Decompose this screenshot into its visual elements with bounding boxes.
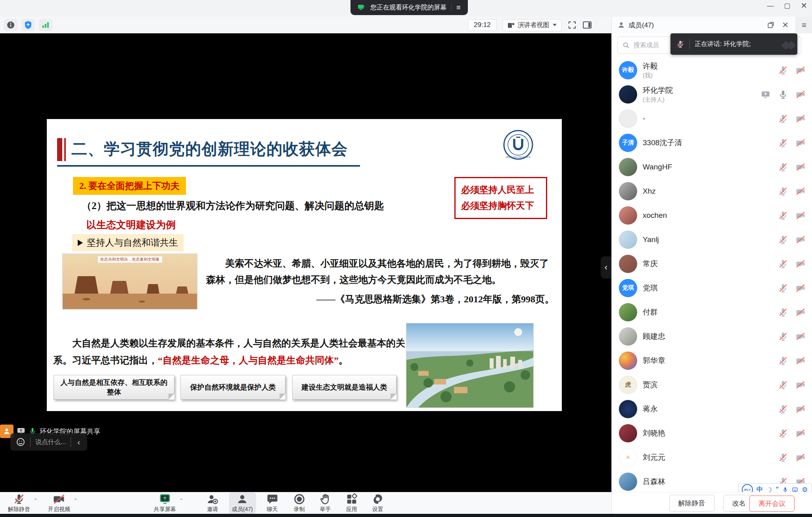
- unmute-button[interactable]: 解除静音: [669, 495, 714, 512]
- member-row[interactable]: 子清 3308沈子清: [612, 131, 812, 155]
- member-row[interactable]: 付群: [612, 300, 812, 324]
- mic-muted-icon[interactable]: [778, 331, 788, 342]
- close-icon[interactable]: ✕: [801, 2, 807, 10]
- member-row[interactable]: 常庆: [612, 252, 812, 276]
- minimize-icon[interactable]: —: [767, 2, 774, 9]
- start-video-button[interactable]: 开启视频: [45, 492, 73, 514]
- member-avatar: [619, 206, 637, 225]
- camera-muted-icon[interactable]: [795, 89, 806, 100]
- member-avatar: [619, 473, 637, 491]
- chat-collapse-icon[interactable]: ‹: [76, 438, 82, 447]
- camera-muted-icon[interactable]: [795, 138, 806, 148]
- member-name: 郭华章: [643, 356, 665, 366]
- member-row[interactable]: Xhz: [612, 179, 812, 203]
- mic-muted-icon[interactable]: [778, 356, 788, 366]
- mic-muted-icon[interactable]: [778, 65, 788, 75]
- raise-hand-button[interactable]: 举手: [316, 492, 335, 514]
- mic-muted-icon[interactable]: [778, 452, 788, 463]
- mic-muted-icon[interactable]: [778, 162, 788, 172]
- share-options-chevron[interactable]: ⌃: [179, 498, 184, 504]
- mic-muted-icon[interactable]: [778, 186, 788, 196]
- fullscreen-icon[interactable]: [567, 20, 577, 30]
- member-avatar: [619, 352, 637, 370]
- member-row[interactable]: 虎 贾滨: [612, 373, 812, 397]
- members-button[interactable]: 成员(47): [229, 492, 256, 514]
- member-row[interactable]: ☀ 刘元元: [612, 445, 812, 469]
- slide-bullet: 坚持人与自然和谐共生: [72, 234, 184, 251]
- view-mode-dropdown[interactable]: 演讲者视图: [502, 19, 562, 31]
- settings-button[interactable]: 设置: [369, 492, 387, 514]
- mic-on-icon[interactable]: [778, 89, 788, 100]
- camera-muted-icon[interactable]: [795, 259, 806, 269]
- mic-muted-icon[interactable]: [778, 259, 788, 269]
- share-screen-button[interactable]: 共享屏幕: [151, 492, 179, 514]
- chat-button[interactable]: 聊天: [263, 492, 282, 514]
- member-avatar: [619, 110, 637, 128]
- camera-muted-icon[interactable]: [795, 113, 806, 124]
- mic-options-chevron[interactable]: ⌃: [33, 498, 38, 504]
- member-row[interactable]: 刘晓艳: [612, 421, 812, 445]
- member-row[interactable]: 郭华章: [612, 348, 812, 373]
- camera-muted-icon[interactable]: [795, 186, 806, 196]
- invite-button[interactable]: 邀请: [203, 492, 222, 514]
- red-quote: “自然是生命之母，人与自然是生命共同体”: [158, 355, 339, 365]
- leave-meeting-button[interactable]: 离开会议: [749, 496, 795, 512]
- slide-box2: 保护自然环境就是保护人类: [180, 375, 285, 400]
- network-signal-icon[interactable]: [39, 19, 52, 31]
- pill-menu-icon[interactable]: ≡: [456, 4, 461, 12]
- maximize-icon[interactable]: ▢: [784, 2, 790, 9]
- stage-collapse-handle[interactable]: ‹: [601, 256, 611, 279]
- member-row[interactable]: Yanlj: [612, 227, 812, 252]
- unmute-toolbar-button[interactable]: 解除静音: [5, 492, 33, 514]
- camera-muted-icon[interactable]: [795, 356, 806, 366]
- meeting-protect-shield-icon[interactable]: [21, 19, 35, 31]
- members-panel: 正在讲话: 环化学院; ◆◆ 许毅 许毅 (我): [611, 33, 812, 492]
- member-row[interactable]: xochen: [612, 203, 812, 227]
- mic-muted-icon[interactable]: [778, 307, 788, 317]
- member-name: Yanlj: [643, 235, 659, 244]
- member-row[interactable]: 顾建忠: [612, 324, 812, 348]
- mic-muted-icon[interactable]: [778, 404, 788, 414]
- emoji-icon[interactable]: [16, 437, 25, 447]
- panel-close-icon[interactable]: ✕: [782, 20, 789, 30]
- member-row[interactable]: 蒋永: [612, 397, 812, 421]
- member-name: 贾滨: [643, 380, 658, 390]
- mic-muted-icon[interactable]: [778, 210, 788, 221]
- mic-muted-icon[interactable]: [778, 113, 788, 124]
- camera-muted-icon[interactable]: [795, 210, 806, 221]
- camera-muted-icon[interactable]: [795, 380, 806, 390]
- chat-input[interactable]: 说点什么...: [35, 438, 66, 446]
- shanghai-university-logo: SHANGHAI UNIVERSITY: [503, 129, 534, 160]
- member-row[interactable]: -: [612, 106, 812, 131]
- member-row[interactable]: WangHF: [612, 155, 812, 179]
- camera-muted-icon[interactable]: [795, 307, 806, 317]
- pop-out-icon[interactable]: [767, 21, 775, 29]
- side-panel-toggle-icon[interactable]: [582, 20, 592, 30]
- camera-muted-icon[interactable]: [795, 283, 806, 293]
- camera-muted-icon[interactable]: [795, 65, 806, 75]
- speaking-label: 正在讲话: 环化学院;: [695, 40, 751, 48]
- watching-pill-text: 您正在观看环化学院的屏幕: [370, 4, 446, 12]
- mic-muted-icon[interactable]: [778, 283, 788, 293]
- mic-muted-icon[interactable]: [778, 234, 788, 245]
- camera-muted-icon[interactable]: [795, 234, 806, 245]
- mic-muted-icon[interactable]: [778, 138, 788, 148]
- chat-divider2: [71, 437, 71, 447]
- mic-muted-icon[interactable]: [778, 428, 788, 438]
- record-button[interactable]: 录制: [290, 492, 308, 514]
- camera-muted-icon[interactable]: [795, 331, 806, 342]
- member-row[interactable]: 党琪 党琪: [612, 276, 812, 300]
- camera-muted-icon[interactable]: [795, 404, 806, 414]
- video-options-chevron[interactable]: ⌃: [73, 498, 78, 504]
- member-row[interactable]: 许毅 许毅 (我): [612, 58, 812, 82]
- camera-muted-icon[interactable]: [795, 428, 806, 438]
- mic-muted-icon[interactable]: [778, 380, 788, 390]
- quick-chat-bar[interactable]: 说点什么... ‹: [10, 433, 87, 451]
- panel-menu-icon[interactable]: ≡: [796, 17, 812, 33]
- camera-muted-icon[interactable]: [795, 162, 806, 172]
- apps-button[interactable]: 应用: [343, 492, 361, 514]
- camera-muted-icon[interactable]: [795, 452, 806, 463]
- member-row[interactable]: 环化学院 (主持人): [612, 82, 812, 106]
- meeting-info-icon[interactable]: [4, 19, 17, 31]
- slide-box3: 建设生态文明就是造福人类: [292, 375, 396, 400]
